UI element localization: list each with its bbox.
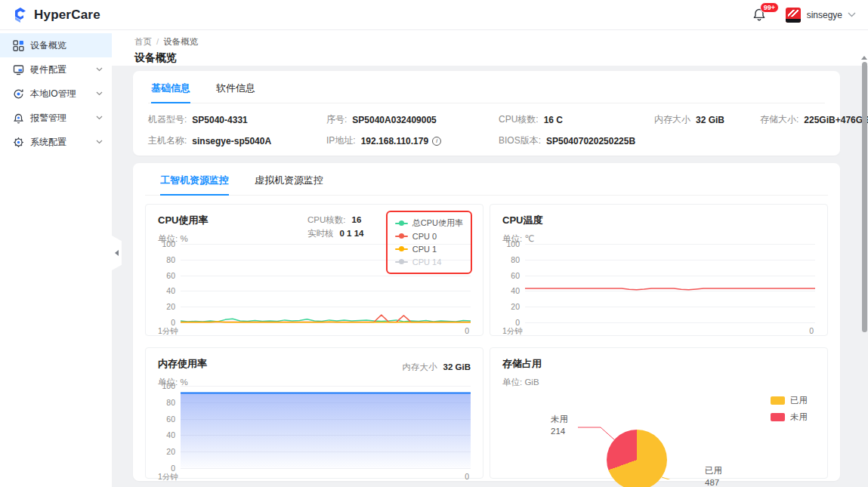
sidebar-item-alarm-management[interactable]: 报警管理: [0, 106, 112, 130]
tab-machine-monitor[interactable]: 工智机资源监控: [160, 174, 229, 195]
pie-label-value: 487: [705, 476, 722, 487]
legend-item-cpu14[interactable]: CPU 14: [395, 255, 463, 268]
sidebar-item-label: 报警管理: [30, 112, 96, 125]
chevron-down-icon: [96, 116, 103, 120]
field-label: 序号:: [326, 113, 347, 126]
notifications-button[interactable]: 99+: [752, 8, 766, 22]
legend-item-cpu1[interactable]: CPU 1: [395, 242, 463, 255]
vertical-scrollbar[interactable]: [861, 56, 867, 487]
chevron-down-icon: [96, 140, 103, 144]
scrollbar-thumb[interactable]: [862, 62, 867, 332]
field-label: 存储大小:: [760, 113, 798, 126]
field-value: sinsegye-sp5040A: [192, 136, 271, 146]
x-axis-start-label: 1分钟: [158, 326, 178, 337]
info-label: 实时核: [307, 229, 334, 238]
sidebar-collapse-handle[interactable]: [112, 236, 122, 270]
panel-cpu-usage: CPU使用率 单位: % CPU核数:16 实时核0 1 14 总CPU使用率: [145, 204, 483, 336]
tab-vm-monitor[interactable]: 虚拟机资源监控: [255, 174, 323, 195]
scrollbar-up-arrow-icon[interactable]: [861, 56, 867, 60]
info-value: 16: [351, 215, 361, 224]
monitor-tabbar: 工智机资源监控 虚拟机资源监控: [145, 163, 828, 196]
breadcrumb-current: 设备概览: [163, 37, 198, 46]
memory-usage-chart: 020406080100 1分钟0: [158, 386, 471, 482]
breadcrumb: 首页/设备概览: [134, 36, 868, 48]
field-storage-size: 存储大小:225GiB+476GiB: [760, 113, 868, 126]
sidebar-item-system-config[interactable]: 系统配置: [0, 130, 112, 154]
top-header: HyperCare 99+ sinsegye: [0, 0, 868, 30]
storage-pie-chart: 未用 214 已用 487 已用 未用: [502, 384, 815, 479]
legend-line-icon: [395, 248, 408, 250]
legend-item-total-cpu[interactable]: 总CPU使用率: [395, 217, 463, 230]
field-machine-model: 机器型号:SP5040-4331: [148, 113, 326, 126]
grid-icon: [12, 39, 24, 51]
field-ip-address: IP地址:192.168.110.179i: [326, 134, 499, 147]
panel-cpu-temperature: CPU温度 单位: ℃ 020406080100 1分钟0: [490, 204, 828, 336]
info-label: 内存大小: [403, 362, 437, 371]
legend-label: CPU 0: [412, 232, 437, 241]
hypercare-logo-icon: [12, 7, 29, 23]
field-label: 内存大小: [654, 113, 690, 126]
info-value: 32 GiB: [443, 362, 471, 371]
storage-pie[interactable]: [607, 430, 667, 487]
legend-label: 未用: [790, 411, 808, 423]
field-hostname: 主机名称:sinsegye-sp5040A: [148, 134, 326, 147]
cpu-core-info: CPU核数:16 实时核0 1 14: [307, 214, 363, 242]
chevron-down-icon: [96, 67, 103, 72]
field-value: SP5040-4331: [192, 115, 247, 125]
cpu-legend: 总CPU使用率 CPU 0 CPU 1 CPU 14: [391, 214, 469, 271]
field-value: 225GiB+476GiB: [804, 115, 868, 125]
pie-label-name: 已用: [705, 464, 722, 476]
legend-label: 总CPU使用率: [412, 217, 463, 229]
legend-label: 已用: [790, 395, 808, 406]
x-axis-start-label: 1分钟: [158, 472, 178, 482]
legend-item-free[interactable]: 未用: [771, 411, 808, 423]
pie-label-free: 未用 214: [551, 413, 568, 437]
user-menu-chevron-down-icon[interactable]: [848, 12, 856, 17]
field-label: IP地址:: [326, 134, 356, 147]
sidebar-item-local-io[interactable]: 本地IO管理: [0, 82, 112, 106]
sidebar-item-label: 硬件配置: [30, 63, 96, 76]
pie-label-used: 已用 487: [705, 464, 722, 487]
legend-label: CPU 1: [412, 245, 437, 254]
legend-line-icon: [395, 223, 408, 224]
panel-title: CPU温度: [502, 214, 815, 227]
legend-line-icon: [395, 261, 408, 263]
tab-basic-info[interactable]: 基础信息: [151, 82, 190, 103]
info-tabbar: 基础信息 软件信息: [148, 71, 825, 103]
breadcrumb-home[interactable]: 首页: [134, 37, 152, 46]
chevron-down-icon: [96, 91, 103, 96]
brand-logo: HyperCare: [12, 7, 100, 23]
sidebar-item-hardware-config[interactable]: 硬件配置: [0, 57, 112, 82]
collapse-arrow-icon: [115, 250, 119, 256]
field-memory-size: 内存大小32 GiB: [654, 113, 760, 126]
pie-label-value: 214: [551, 425, 568, 437]
legend-item-cpu0[interactable]: CPU 0: [395, 230, 463, 242]
legend-swatch: [771, 396, 785, 405]
io-sync-icon: [12, 88, 24, 100]
info-icon[interactable]: i: [432, 137, 441, 146]
x-axis-start-label: 1分钟: [502, 326, 523, 337]
username[interactable]: sinsegye: [807, 10, 842, 20]
pie-label-name: 未用: [551, 413, 568, 425]
memory-size-info: 内存大小32 GiB: [403, 362, 471, 373]
legend-item-used[interactable]: 已用: [771, 395, 808, 406]
field-label: BIOS版本:: [499, 134, 541, 147]
panel-storage-usage: 存储占用 单位: GiB 未用 214 已用 487 已用: [490, 347, 828, 479]
user-avatar[interactable]: [786, 8, 801, 23]
field-label: CPU核数:: [499, 113, 539, 126]
device-info-card: 基础信息 软件信息 机器型号:SP5040-4331 序号:SP5040A032…: [133, 71, 840, 156]
sidebar-item-label: 系统配置: [30, 136, 96, 149]
gear-icon: [12, 136, 24, 148]
sidebar-item-device-overview[interactable]: 设备概览: [0, 33, 112, 57]
page-title: 设备概览: [134, 51, 868, 65]
x-axis-end-label: 0: [465, 472, 469, 482]
info-label: CPU核数:: [307, 215, 345, 224]
resource-monitor-card: 工智机资源监控 虚拟机资源监控 CPU使用率 单位: % CPU核数:16 实时…: [133, 163, 840, 481]
field-label: 主机名称:: [148, 134, 187, 147]
legend-label: CPU 14: [412, 257, 442, 267]
x-axis-end-label: 0: [809, 326, 814, 337]
legend-line-icon: [395, 236, 408, 237]
legend-swatch: [771, 413, 785, 421]
tab-software-info[interactable]: 软件信息: [216, 82, 255, 103]
panel-memory-usage: 内存使用率 单位: % 内存大小32 GiB 020406080100 1分钟0: [145, 347, 483, 479]
